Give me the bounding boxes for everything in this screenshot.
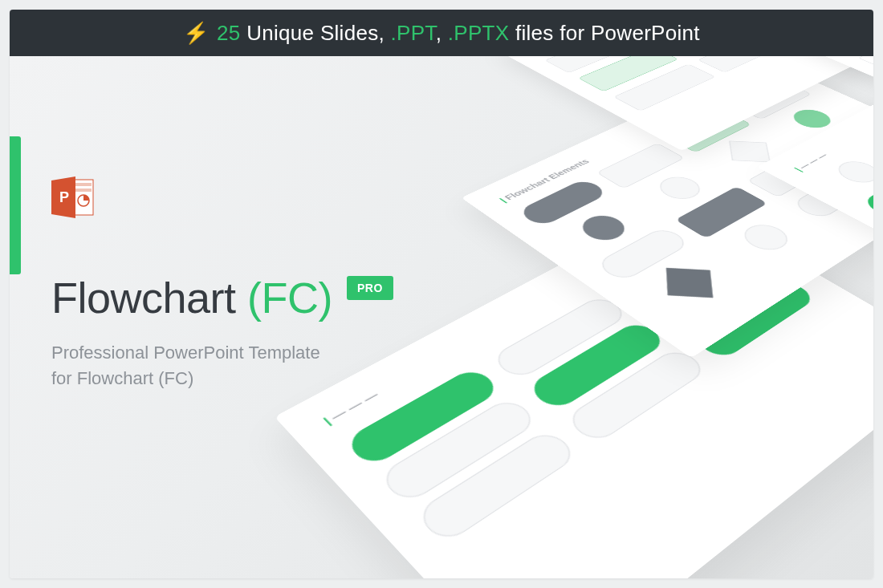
body-area: | — — — | Flowchart Elements | Informati… — [10, 56, 873, 578]
svg-text:P: P — [59, 189, 69, 205]
slide-count: 25 — [217, 21, 241, 45]
svg-rect-2 — [75, 189, 92, 192]
subtitle: Professional PowerPoint Template for Flo… — [51, 340, 469, 391]
green-accent-bar — [10, 136, 21, 274]
top-announcement-text: 25 Unique Slides, .PPT, .PPTX files for … — [217, 21, 700, 46]
title-fc-accent: (FC) — [247, 274, 332, 322]
promo-card: ⚡ 25 Unique Slides, .PPT, .PPTX files fo… — [10, 10, 873, 578]
top-announcement-bar: ⚡ 25 Unique Slides, .PPT, .PPTX files fo… — [10, 10, 873, 56]
svg-rect-1 — [75, 183, 92, 186]
file-ext-ppt: .PPT — [391, 21, 436, 45]
file-ext-pptx: .PPTX — [448, 21, 510, 45]
lightning-icon: ⚡ — [183, 21, 209, 46]
powerpoint-icon: P — [51, 176, 95, 218]
main-content: P Flowchart (FC) PRO Professional PowerP… — [51, 176, 469, 391]
pro-badge: PRO — [347, 276, 393, 300]
main-title: Flowchart (FC) — [51, 273, 332, 322]
